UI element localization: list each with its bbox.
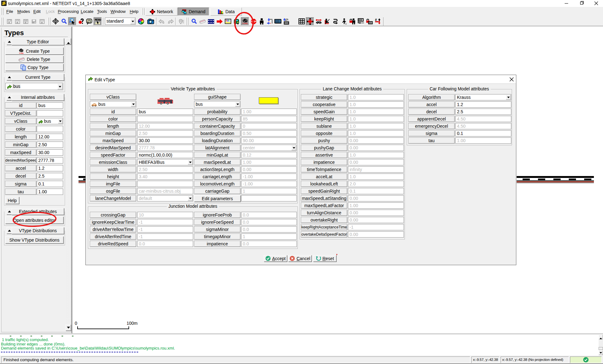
svg-text:TYPE: TYPE	[19, 52, 24, 54]
svg-text:#: #	[375, 18, 377, 22]
svg-text:MENU: MENU	[95, 19, 101, 22]
svg-text:(!): (!)	[88, 19, 91, 23]
